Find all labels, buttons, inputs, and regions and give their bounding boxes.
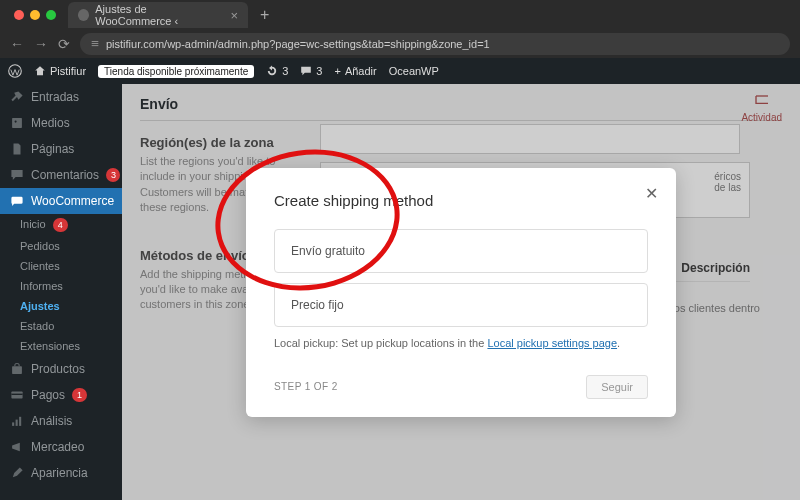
sidebar-label: Entradas [31,90,79,104]
updates-link[interactable]: 3 [266,65,288,77]
modal-overlay: ✕ Create shipping method Envío gratuito … [122,84,800,500]
sidebar-label: Páginas [31,142,74,156]
sidebar-item-comentarios[interactable]: Comentarios 3 [0,162,122,188]
svg-rect-6 [12,366,22,374]
window-close[interactable] [14,10,24,20]
svg-rect-11 [19,417,21,426]
tab-favicon [78,9,89,21]
theme-link[interactable]: OceanWP [389,65,439,77]
updates-icon [266,65,278,77]
local-pickup-helper: Local pickup: Set up pickup locations in… [274,337,648,349]
window-minimize[interactable] [30,10,40,20]
address-bar: ← → ⟳ pistifiur.com/wp-admin/admin.php?p… [0,30,800,58]
sidebar-label: Análisis [31,414,72,428]
sidebar-item-woocommerce[interactable]: WooCommerce [0,188,122,214]
payments-icon [10,388,24,402]
svg-rect-10 [16,420,18,426]
sidebar-item-entradas[interactable]: Entradas [0,84,122,110]
content-area: Actividad Envío Región(es) de la zona Li… [122,84,800,500]
modal-close-icon[interactable]: ✕ [645,184,658,203]
svg-rect-8 [11,394,22,395]
url-text: pistifiur.com/wp-admin/admin.php?page=wc… [106,38,490,50]
media-icon [10,116,24,130]
sidebar-item-analisis[interactable]: Análisis [0,408,122,434]
store-notice-badge[interactable]: Tienda disponible próximamente [98,65,254,78]
comment-icon [10,168,24,182]
new-tab-button[interactable]: + [254,6,275,24]
site-name: Pistifiur [50,65,86,77]
comments-link[interactable]: 3 [300,65,322,77]
submenu-informes[interactable]: Informes [0,276,122,296]
sidebar-item-apariencia[interactable]: Apariencia [0,460,122,486]
submenu-clientes[interactable]: Clientes [0,256,122,276]
add-new-link[interactable]: + Añadir [334,65,376,77]
count-badge: 4 [53,218,68,232]
url-field[interactable]: pistifiur.com/wp-admin/admin.php?page=wc… [80,33,790,55]
svg-rect-2 [92,45,99,46]
plus-icon: + [334,65,340,77]
sidebar-label: Mercadeo [31,440,84,454]
create-shipping-method-modal: ✕ Create shipping method Envío gratuito … [246,168,676,417]
nav-reload-icon[interactable]: ⟳ [58,36,70,52]
comment-icon [300,65,312,77]
nav-back-icon[interactable]: ← [10,36,24,52]
sidebar-item-mercadeo[interactable]: Mercadeo [0,434,122,460]
submenu-inicio[interactable]: Inicio 4 [0,214,122,236]
modal-title: Create shipping method [274,192,648,209]
browser-chrome: Ajustes de WooCommerce ‹ × + ← → ⟳ pisti… [0,0,800,58]
wp-logo[interactable] [8,64,22,78]
sidebar-item-productos[interactable]: Productos [0,356,122,382]
sidebar-label: Pagos [31,388,65,402]
sidebar-label: WooCommerce [31,194,114,208]
submenu-extensiones[interactable]: Extensiones [0,336,122,356]
sidebar-label: Productos [31,362,85,376]
site-home-link[interactable]: Pistifiur [34,65,86,77]
marketing-icon [10,440,24,454]
sidebar-label: Apariencia [31,466,88,480]
tab-bar: Ajustes de WooCommerce ‹ × + [0,0,800,30]
nav-forward-icon[interactable]: → [34,36,48,52]
sidebar-label: Comentarios [31,168,99,182]
analytics-icon [10,414,24,428]
svg-rect-9 [12,422,14,426]
page-icon [10,142,24,156]
wordpress-icon [8,64,22,78]
submenu-estado[interactable]: Estado [0,316,122,336]
shipping-option-flat[interactable]: Precio fijo [274,283,648,327]
tab-close-icon[interactable]: × [230,8,238,23]
admin-sidebar: Entradas Medios Páginas Comentarios 3 Wo… [0,84,122,500]
local-pickup-link[interactable]: Local pickup settings page [487,337,617,349]
updates-count: 3 [282,65,288,77]
pin-icon [10,90,24,104]
browser-tab[interactable]: Ajustes de WooCommerce ‹ × [68,2,248,28]
svg-point-3 [9,65,22,78]
window-maximize[interactable] [46,10,56,20]
svg-point-5 [15,121,17,123]
sidebar-item-paginas[interactable]: Páginas [0,136,122,162]
count-badge: 3 [106,168,120,182]
svg-rect-1 [92,41,99,42]
add-new-label: Añadir [345,65,377,77]
appearance-icon [10,466,24,480]
home-icon [34,65,46,77]
submenu-ajustes[interactable]: Ajustes [0,296,122,316]
sidebar-item-medios[interactable]: Medios [0,110,122,136]
woocommerce-icon [10,194,24,208]
count-badge: 1 [72,388,87,402]
sidebar-label: Medios [31,116,70,130]
next-button[interactable]: Seguir [586,375,648,399]
svg-rect-4 [12,118,22,128]
comments-count: 3 [316,65,322,77]
svg-rect-0 [92,43,99,44]
sidebar-item-pagos[interactable]: Pagos 1 [0,382,122,408]
submenu-pedidos[interactable]: Pedidos [0,236,122,256]
shipping-option-free[interactable]: Envío gratuito [274,229,648,273]
window-controls [8,10,62,20]
wp-admin-bar: Pistifiur Tienda disponible próximamente… [0,58,800,84]
products-icon [10,362,24,376]
step-indicator: STEP 1 OF 2 [274,381,338,392]
site-settings-icon [90,39,100,49]
tab-title: Ajustes de WooCommerce ‹ [95,3,224,27]
